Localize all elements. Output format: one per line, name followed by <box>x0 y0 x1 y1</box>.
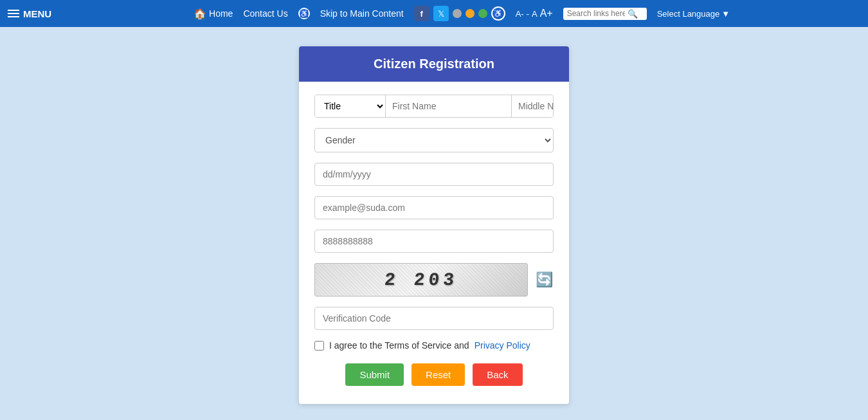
font-separator: - <box>527 9 529 19</box>
font-decrease[interactable]: A- <box>516 9 524 19</box>
lang-label: Select Language <box>657 9 720 19</box>
verification-field <box>314 307 554 330</box>
form-header: Citizen Registration <box>299 46 569 82</box>
form-title: Citizen Registration <box>374 57 494 71</box>
dob-field <box>314 163 554 186</box>
middle-name-input[interactable] <box>512 95 554 117</box>
dot-green <box>478 9 487 18</box>
font-size-controls: A- - A A+ <box>516 8 553 19</box>
navbar-center: 🏠 Home Contact Us ♿ Skip to Main Content… <box>63 6 860 21</box>
skip-label: Skip to Main Content <box>320 8 404 19</box>
menu-button[interactable]: MENU <box>8 8 51 19</box>
font-increase[interactable]: A+ <box>540 8 553 19</box>
search-box: 🔍 <box>563 8 647 20</box>
terms-checkbox[interactable] <box>314 341 324 351</box>
submit-button[interactable]: Submit <box>345 363 404 386</box>
main-content: Citizen Registration Title Mr Mrs Ms Dr <box>0 27 868 420</box>
captcha-row: 2 203 🔄 <box>314 263 554 297</box>
dob-input[interactable] <box>314 163 554 186</box>
privacy-policy-link[interactable]: Privacy Policy <box>475 340 530 351</box>
search-input[interactable] <box>567 9 625 18</box>
chevron-down-icon: ▼ <box>721 9 730 19</box>
first-name-input[interactable] <box>386 95 512 117</box>
language-selector[interactable]: Select Language ▼ <box>657 9 730 19</box>
phone-input[interactable] <box>314 230 554 253</box>
social-icons: f 𝕏 ♿ <box>414 6 505 21</box>
name-row: Title Mr Mrs Ms Dr <box>314 95 554 118</box>
gender-field: Gender Male Female Other <box>314 128 554 152</box>
accessibility-circle: ♿ <box>491 6 505 21</box>
form-body: Title Mr Mrs Ms Dr Gender Male Female Ot… <box>299 82 569 404</box>
verification-input[interactable] <box>314 307 554 330</box>
contact-label: Contact Us <box>243 8 287 19</box>
hamburger-icon <box>8 10 19 17</box>
registration-form-card: Citizen Registration Title Mr Mrs Ms Dr <box>299 46 569 404</box>
title-select[interactable]: Title Mr Mrs Ms Dr <box>315 95 386 117</box>
terms-text: I agree to the Terms of Service and <box>329 340 469 351</box>
gender-select[interactable]: Gender Male Female Other <box>314 128 554 152</box>
search-icon: 🔍 <box>628 9 638 19</box>
dot-orange <box>466 9 475 18</box>
accessibility-icon: ♿ <box>298 8 310 19</box>
home-icon: 🏠 <box>194 8 206 20</box>
email-input[interactable] <box>314 196 554 219</box>
terms-row: I agree to the Terms of Service and Priv… <box>314 340 554 351</box>
skip-link[interactable]: Skip to Main Content <box>320 8 404 19</box>
refresh-captcha-button[interactable]: 🔄 <box>534 271 554 288</box>
font-normal[interactable]: A <box>532 9 538 19</box>
email-field <box>314 196 554 219</box>
top-navbar: MENU 🏠 Home Contact Us ♿ Skip to Main Co… <box>0 0 868 27</box>
facebook-icon[interactable]: f <box>414 6 429 21</box>
reset-button[interactable]: Reset <box>411 363 465 386</box>
button-row: Submit Reset Back <box>314 363 554 386</box>
twitter-icon[interactable]: 𝕏 <box>433 6 449 21</box>
home-label: Home <box>209 8 233 19</box>
captcha-image: 2 203 <box>314 263 528 297</box>
phone-field <box>314 230 554 253</box>
captcha-text: 2 203 <box>384 270 459 290</box>
contact-link[interactable]: Contact Us <box>243 8 287 19</box>
back-button[interactable]: Back <box>473 363 522 386</box>
home-link[interactable]: 🏠 Home <box>194 8 233 20</box>
dot-grey <box>453 9 462 18</box>
menu-label: MENU <box>23 8 51 19</box>
